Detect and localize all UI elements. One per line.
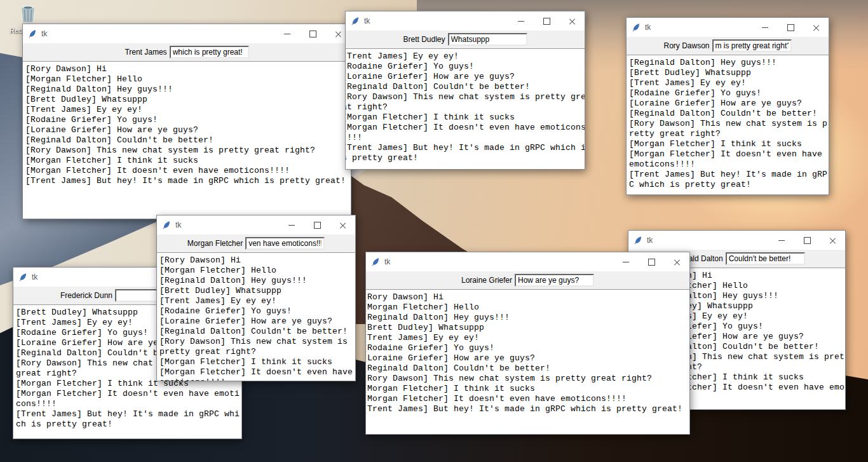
close-icon bbox=[674, 259, 681, 266]
close-button[interactable] bbox=[330, 215, 355, 234]
maximize-icon bbox=[804, 237, 811, 244]
compose-row: Rory Dawson bbox=[627, 37, 829, 55]
chat-line: [Rory Dawson] Hi bbox=[159, 255, 355, 266]
chat-line: [Morgan Fletcher] Hello bbox=[159, 266, 355, 276]
chat-line: [Morgan Fletcher] I think it sucks bbox=[629, 139, 829, 149]
maximize-button[interactable] bbox=[534, 11, 559, 31]
tk-feather-icon bbox=[351, 17, 360, 26]
compose-row: Loraine Griefer bbox=[366, 271, 689, 289]
tk-feather-icon bbox=[162, 221, 172, 230]
chat-window-trent-james: tk Trent James [Rory Dawson] Hi[Morgan F… bbox=[22, 24, 351, 219]
chat-line: at right? bbox=[346, 102, 585, 112]
chat-line: [Morgan Fletcher] It doesn't even have e… bbox=[16, 389, 241, 399]
maximize-icon bbox=[309, 31, 316, 37]
titlebar[interactable]: tk bbox=[627, 18, 829, 37]
tk-feather-icon bbox=[28, 29, 37, 39]
chat-line: [Loraine Griefer] How are ye guys? bbox=[25, 125, 351, 135]
chat-line: [Trent James] But hey! It's made in gRPC… bbox=[16, 409, 241, 419]
chat-log[interactable]: [Rory Dawson] Hi[Morgan Fletcher] Hello[… bbox=[157, 252, 355, 381]
chat-line: [Trent James] Ey ey ey! bbox=[629, 78, 829, 88]
minimize-icon bbox=[518, 21, 524, 22]
window-title: tk bbox=[645, 23, 752, 32]
chat-line: [Reginald Dalton] Hey guys!!! bbox=[366, 313, 689, 323]
chat-line: [Trent James] Ey ey ey! bbox=[159, 296, 355, 306]
username-label: Trent James bbox=[125, 48, 166, 57]
minimize-button[interactable] bbox=[275, 24, 300, 43]
chat-line: s pretty great! bbox=[346, 153, 585, 163]
chat-line: [Morgan Fletcher] It doesn't even have bbox=[159, 367, 355, 377]
minimize-button[interactable] bbox=[279, 215, 304, 234]
maximize-button[interactable] bbox=[304, 215, 330, 234]
minimize-button[interactable] bbox=[752, 18, 778, 37]
message-input[interactable] bbox=[245, 237, 325, 250]
minimize-button[interactable] bbox=[769, 231, 794, 250]
chat-line: [Morgan Fletcher] It doesn't even have e… bbox=[25, 166, 351, 176]
tk-feather-icon bbox=[18, 273, 28, 282]
chat-line: [Rodaine Griefer] Yo guys! bbox=[346, 62, 585, 72]
message-input[interactable] bbox=[712, 39, 792, 52]
minimize-button[interactable] bbox=[613, 252, 639, 271]
chat-line: [Morgan Fletcher] I think it sucks bbox=[366, 384, 689, 394]
close-icon bbox=[569, 18, 576, 25]
chat-line: [Morgan Fletcher] It doesn't even have e… bbox=[346, 123, 585, 133]
chat-line: pretty great right? bbox=[159, 347, 355, 357]
minimize-button[interactable] bbox=[508, 11, 534, 31]
chat-line: [Reginald Dalton] Couldn't be better! bbox=[366, 363, 689, 374]
chat-line: [Morgan Fletcher] I think it sucks bbox=[25, 156, 351, 166]
minimize-icon bbox=[762, 27, 768, 28]
chat-log[interactable]: [Reginald Dalton] Hey guys!!![Brett Dudl… bbox=[627, 55, 829, 194]
maximize-button[interactable] bbox=[300, 24, 325, 43]
close-icon bbox=[829, 237, 836, 244]
chat-line: [Reginald Dalton] Couldn't be better! bbox=[629, 109, 829, 119]
titlebar[interactable]: tk bbox=[157, 215, 355, 234]
maximize-button[interactable] bbox=[794, 231, 820, 250]
compose-row: Morgan Fletcher bbox=[157, 234, 355, 252]
desktop-background: Recycle Bin tk Trent James [Rory Dawson]… bbox=[0, 0, 868, 462]
window-title: tk bbox=[175, 221, 279, 229]
chat-line: [Rodaine Griefer] Yo guys! bbox=[25, 115, 351, 125]
maximize-icon bbox=[543, 18, 550, 25]
chat-line: [Loraine Griefer] How are ye guys? bbox=[346, 72, 585, 82]
username-label: Brett Dudley bbox=[403, 35, 445, 44]
close-button[interactable] bbox=[559, 11, 585, 31]
chat-line: [Trent James] But hey! It's made in gRP bbox=[629, 170, 829, 180]
message-input[interactable] bbox=[726, 252, 805, 265]
window-title: tk bbox=[364, 17, 508, 25]
chat-line: [Trent James] Ey ey ey! bbox=[346, 51, 585, 62]
compose-row: Brett Dudley bbox=[346, 31, 585, 48]
minimize-icon bbox=[288, 225, 295, 226]
titlebar[interactable]: tk bbox=[346, 11, 585, 31]
chat-log[interactable]: [Rory Dawson] Hi[Morgan Fletcher] Hello[… bbox=[23, 61, 351, 219]
username-label: Frederick Dunn bbox=[60, 291, 112, 300]
chat-line: [Rory Dawson] Hi bbox=[25, 64, 351, 74]
chat-line: [Rory Dawson] Hi bbox=[366, 292, 689, 302]
close-button[interactable] bbox=[820, 231, 845, 250]
close-icon bbox=[813, 24, 820, 31]
username-label: Morgan Fletcher bbox=[187, 239, 243, 248]
chat-line: [Brett Dudley] Whatsuppp bbox=[366, 323, 689, 333]
message-input[interactable] bbox=[170, 46, 249, 58]
titlebar[interactable]: tk bbox=[23, 24, 351, 43]
chat-log[interactable]: [Rory Dawson] Hi[Morgan Fletcher] Hello[… bbox=[366, 289, 689, 434]
chat-log[interactable]: [Trent James] Ey ey ey![Rodaine Griefer]… bbox=[346, 48, 585, 169]
chat-window-loraine-griefer: tk Loraine Griefer [Rory Dawson] Hi[Morg… bbox=[365, 252, 690, 435]
close-button[interactable] bbox=[803, 18, 829, 37]
maximize-button[interactable] bbox=[778, 18, 803, 37]
recycle-bin-icon[interactable] bbox=[18, 3, 37, 26]
chat-line: retty great right? bbox=[629, 129, 829, 139]
window-title: tk bbox=[647, 236, 769, 245]
maximize-button[interactable] bbox=[639, 252, 664, 271]
titlebar[interactable]: tk bbox=[366, 252, 689, 271]
compose-row: Trent James bbox=[23, 43, 351, 61]
maximize-icon bbox=[787, 24, 794, 31]
chat-window-rory-dawson: tk Rory Dawson [Reginald Dalton] Hey guy… bbox=[626, 17, 829, 195]
chat-line: [Reginald Dalton] Hey guys!!! bbox=[25, 85, 351, 95]
message-input[interactable] bbox=[448, 33, 527, 46]
chat-line: [Rory Dawson] This new chat system is pr… bbox=[25, 146, 351, 156]
message-input[interactable] bbox=[515, 274, 594, 287]
titlebar[interactable]: tk bbox=[628, 231, 845, 250]
close-button[interactable] bbox=[664, 252, 689, 271]
chat-line: [Rodaine Griefer] Yo guys! bbox=[366, 343, 689, 353]
tk-feather-icon bbox=[371, 257, 381, 267]
chat-line: [Reginald Dalton] Couldn't be better! bbox=[346, 82, 585, 92]
